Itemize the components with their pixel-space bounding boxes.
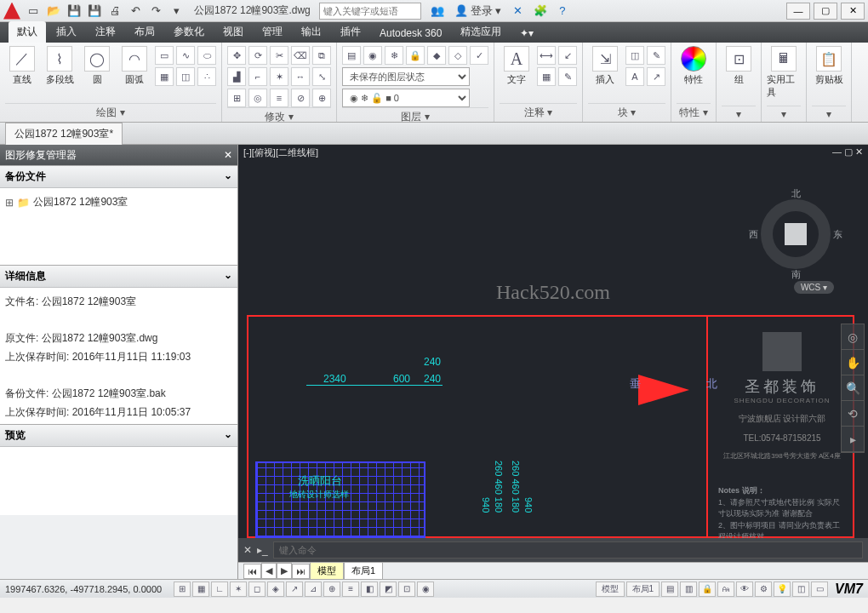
- sb-ann[interactable]: 🔒: [699, 581, 716, 597]
- sb-annvis[interactable]: 👁: [736, 581, 753, 597]
- trim-icon[interactable]: ✂: [270, 46, 288, 65]
- command-input[interactable]: [273, 541, 863, 559]
- sb-qp[interactable]: ◩: [380, 581, 397, 597]
- apps-icon[interactable]: 🧩: [531, 2, 550, 20]
- insert-button[interactable]: ⇲插入: [588, 46, 622, 103]
- sb-ws[interactable]: ⚙: [755, 581, 772, 597]
- sb-grid[interactable]: ▦: [192, 581, 209, 597]
- maximize-button[interactable]: ▢: [814, 3, 837, 20]
- qat-redo[interactable]: ↷: [146, 2, 165, 20]
- nav-showmotion-icon[interactable]: ▸: [842, 427, 864, 452]
- layout-model[interactable]: 模型: [310, 562, 344, 580]
- copy-icon[interactable]: ⧉: [312, 46, 331, 65]
- layer-lock-icon[interactable]: 🔒: [406, 46, 425, 65]
- point-icon[interactable]: ∴: [197, 67, 216, 86]
- rotate-icon[interactable]: ⟳: [248, 46, 267, 65]
- mleader-icon[interactable]: ✎: [558, 67, 577, 86]
- ellipse-icon[interactable]: ⬭: [197, 46, 216, 65]
- layout-1[interactable]: 布局1: [344, 562, 383, 580]
- layer-color-icon[interactable]: ◆: [427, 46, 446, 65]
- panel-draw-title[interactable]: 绘图 ▾: [5, 103, 216, 122]
- fillet-icon[interactable]: ⌐: [248, 67, 267, 86]
- qat-saveas[interactable]: 💾: [85, 2, 104, 20]
- circle-button[interactable]: ◯圆: [80, 46, 114, 103]
- sb-tpy[interactable]: ◧: [361, 581, 378, 597]
- tab-default[interactable]: 默认: [9, 21, 46, 43]
- layer-off-icon[interactable]: ◉: [363, 46, 382, 65]
- nav-orbit-icon[interactable]: ⟲: [842, 401, 864, 427]
- utils-button[interactable]: 🖩实用工具: [767, 46, 801, 106]
- dim-leader-icon[interactable]: ↙: [558, 46, 577, 65]
- search-input[interactable]: [319, 3, 421, 20]
- backup-header[interactable]: 备份文件⌄: [0, 166, 237, 188]
- table-icon[interactable]: ▦: [537, 67, 556, 86]
- sb-osnap[interactable]: ◻: [248, 581, 266, 597]
- tab-manage[interactable]: 管理: [254, 21, 291, 43]
- sb-otrack[interactable]: ↗: [286, 581, 303, 597]
- tab-plugins[interactable]: 插件: [332, 21, 369, 43]
- viewcube[interactable]: 北 南 东 西: [749, 187, 842, 281]
- sb-hw[interactable]: 💡: [774, 581, 791, 597]
- panel-annotate-title[interactable]: 注释 ▾: [500, 103, 577, 122]
- wblock-icon[interactable]: ↗: [647, 67, 665, 86]
- help-icon[interactable]: ?: [553, 2, 572, 20]
- tab-insert[interactable]: 插入: [48, 21, 85, 43]
- drawing-canvas[interactable]: Hack520.com 北 南 东 西 WCS ▾ 2340 600 240 2…: [238, 162, 868, 538]
- preview-header[interactable]: 预览⌄: [0, 425, 237, 447]
- sb-iso[interactable]: ◫: [792, 581, 809, 597]
- dim-linear-icon[interactable]: ⟷: [537, 46, 556, 65]
- mirror-icon[interactable]: ▟: [227, 67, 246, 86]
- nav-wheel-icon[interactable]: ◎: [842, 324, 864, 350]
- edit-block-icon[interactable]: ✎: [647, 46, 665, 65]
- qat-print[interactable]: 🖨: [106, 2, 124, 20]
- layer-combo[interactable]: ◉ ❄ 🔓 ■ 0: [342, 89, 470, 107]
- layer-match-icon[interactable]: ✓: [470, 46, 488, 65]
- tab-layout[interactable]: 布局: [126, 21, 163, 43]
- qat-open[interactable]: 📂: [44, 2, 63, 20]
- layout-last[interactable]: ⏭: [292, 564, 310, 579]
- layout-first[interactable]: ⏮: [243, 564, 261, 579]
- panel-modify-title[interactable]: 修改 ▾: [227, 107, 331, 126]
- tab-annotate[interactable]: 注释: [87, 21, 124, 43]
- sb-model[interactable]: 模型: [596, 581, 625, 597]
- layer-iso-icon[interactable]: ◇: [448, 46, 467, 65]
- wcs-badge[interactable]: WCS ▾: [794, 281, 834, 294]
- sb-ducs[interactable]: ⊿: [305, 581, 322, 597]
- cmd-close-icon[interactable]: ✕: [243, 544, 252, 556]
- join-icon[interactable]: ⊕: [312, 89, 331, 107]
- scale-icon[interactable]: ⤡: [312, 67, 331, 86]
- break-icon[interactable]: ⊘: [291, 89, 310, 107]
- panel-props-title[interactable]: 特性 ▾: [677, 103, 711, 122]
- tab-view[interactable]: 视图: [214, 21, 252, 43]
- layout-next[interactable]: ▶: [277, 563, 292, 579]
- infocenter-icon[interactable]: 👥: [428, 2, 447, 20]
- viewport-label[interactable]: [-][俯视][二维线框]: [243, 146, 318, 160]
- tab-featured[interactable]: 精选应用: [452, 21, 510, 43]
- sb-ortho[interactable]: ∟: [211, 581, 228, 597]
- panel-layers-title[interactable]: 图层 ▾: [342, 107, 488, 126]
- polyline-button[interactable]: ⌇多段线: [43, 46, 77, 103]
- sb-am[interactable]: ◉: [417, 581, 434, 597]
- qat-new[interactable]: ▭: [24, 2, 43, 20]
- sb-3dosnap[interactable]: ◈: [267, 581, 284, 597]
- layer-props-icon[interactable]: ▤: [342, 46, 361, 65]
- erase-icon[interactable]: ⌫: [291, 46, 310, 65]
- layer-freeze-icon[interactable]: ❄: [385, 46, 403, 65]
- minimize-button[interactable]: —: [786, 3, 810, 20]
- doc-tab-active[interactable]: 公园1872 12幢903室*: [5, 123, 123, 145]
- sb-lwt[interactable]: ≡: [342, 581, 359, 597]
- qat-dropdown[interactable]: ▾: [167, 2, 186, 20]
- spline-icon[interactable]: ∿: [176, 46, 195, 65]
- nav-zoom-icon[interactable]: 🔍: [842, 375, 864, 401]
- viewport-controls[interactable]: [-][俯视][二维线框] — ▢ ✕: [238, 145, 868, 162]
- close-button[interactable]: ✕: [841, 3, 865, 20]
- sb-qvl[interactable]: ▥: [680, 581, 697, 597]
- tab-a360[interactable]: Autodesk 360: [371, 24, 450, 43]
- rect-icon[interactable]: ▭: [155, 46, 174, 65]
- array-icon[interactable]: ⊞: [227, 89, 246, 107]
- align-icon[interactable]: ≡: [270, 89, 288, 107]
- sb-polar[interactable]: ✶: [230, 581, 247, 597]
- arc-button[interactable]: ◠圆弧: [117, 46, 151, 103]
- detail-header[interactable]: 详细信息⌄: [0, 266, 237, 288]
- create-block-icon[interactable]: ◫: [625, 46, 644, 65]
